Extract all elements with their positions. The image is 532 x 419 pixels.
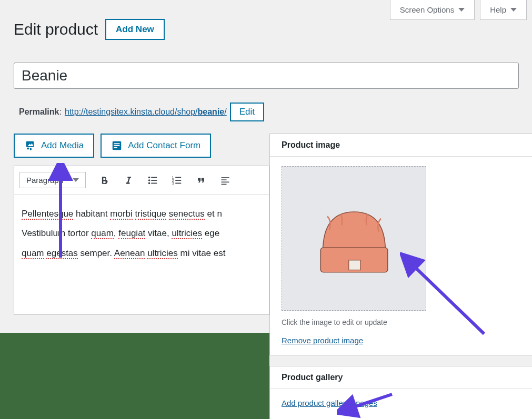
beanie-illustration (309, 194, 399, 283)
bullet-list-button[interactable] (142, 169, 164, 191)
svg-rect-10 (151, 182, 157, 183)
caret-down-icon (510, 8, 517, 12)
help-tab[interactable]: Help (480, 0, 527, 20)
svg-rect-17 (222, 177, 229, 178)
editor-toolbar: Paragraph 123 (14, 166, 269, 194)
permalink-label: Permalink (19, 107, 59, 116)
svg-point-0 (27, 147, 29, 149)
svg-rect-22 (348, 260, 360, 270)
screen-options-label: Screen Options (400, 5, 454, 14)
permalink-url[interactable]: http://testingsitex.kinsta.cloud/shop/be… (65, 107, 227, 117)
green-block (0, 333, 269, 419)
italic-icon (123, 175, 134, 186)
svg-rect-15 (175, 180, 181, 181)
quote-button[interactable] (190, 169, 212, 191)
add-media-label: Add Media (41, 140, 84, 151)
product-image-panel: Product image Click the image to edit or… (269, 134, 532, 355)
svg-rect-14 (175, 177, 181, 178)
editor-content[interactable]: Pellentesque habitant morbi tristique se… (14, 194, 269, 315)
add-product-gallery-link[interactable]: Add product gallery images (282, 398, 377, 407)
bold-icon (99, 175, 109, 186)
remove-product-image-link[interactable]: Remove product image (282, 336, 363, 345)
align-left-button[interactable] (214, 169, 236, 191)
help-label: Help (490, 5, 506, 14)
product-title-input[interactable] (14, 63, 519, 89)
add-contact-form-button[interactable]: Add Contact Form (101, 134, 211, 158)
caret-down-icon (73, 178, 79, 182)
bullet-list-icon (147, 175, 158, 186)
add-media-button[interactable]: Add Media (14, 134, 94, 158)
product-image-title: Product image (270, 134, 532, 157)
product-gallery-title: Product gallery (270, 366, 532, 389)
svg-rect-8 (151, 177, 157, 178)
svg-rect-16 (175, 182, 181, 183)
screen-options-tab[interactable]: Screen Options (390, 0, 475, 20)
svg-point-5 (148, 176, 150, 178)
caret-down-icon (458, 8, 465, 12)
permalink-row: Permalink: http://testingsitex.kinsta.cl… (19, 103, 264, 121)
svg-rect-20 (222, 183, 227, 185)
align-left-icon (220, 175, 230, 186)
svg-point-6 (148, 179, 150, 181)
product-gallery-panel: Product gallery Add product gallery imag… (269, 366, 532, 419)
italic-button[interactable] (117, 169, 139, 191)
numbered-list-button[interactable]: 123 (166, 169, 188, 191)
svg-rect-9 (151, 180, 157, 181)
numbered-list-icon: 123 (171, 175, 183, 186)
quote-icon (196, 175, 206, 186)
svg-rect-4 (114, 147, 117, 148)
format-select[interactable]: Paragraph (19, 172, 86, 188)
add-contact-form-label: Add Contact Form (128, 140, 200, 151)
svg-rect-19 (222, 181, 229, 182)
page-title: Edit product (14, 21, 98, 38)
product-image-thumbnail[interactable] (282, 166, 426, 311)
svg-rect-2 (114, 143, 120, 144)
svg-point-7 (148, 182, 150, 184)
svg-rect-3 (114, 145, 120, 146)
add-new-button[interactable]: Add New (105, 19, 165, 40)
product-image-hint: Click the image to edit or update (282, 318, 520, 326)
form-icon (111, 140, 123, 151)
media-icon (24, 140, 36, 151)
svg-text:3: 3 (172, 181, 174, 185)
bold-button[interactable] (93, 169, 115, 191)
svg-rect-18 (222, 179, 227, 180)
edit-permalink-button[interactable]: Edit (230, 103, 264, 121)
